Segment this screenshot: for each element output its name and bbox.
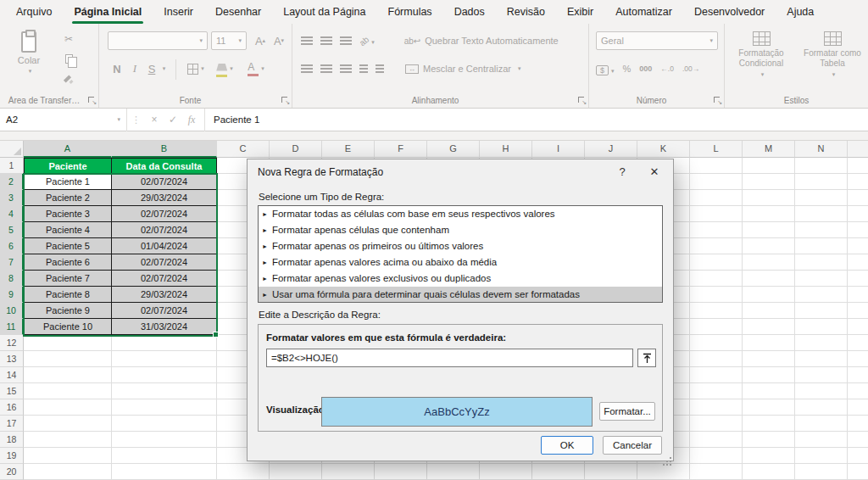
cell-N7[interactable] [795,254,848,271]
cell-M5[interactable] [743,222,795,238]
cell-E20[interactable] [322,464,375,480]
cell-N4[interactable] [795,206,848,222]
increase-indent-icon[interactable] [376,64,384,73]
row-header-18[interactable]: 18 [0,432,24,448]
cell-L16[interactable] [690,399,743,416]
cell-M15[interactable] [743,383,795,399]
cell-M4[interactable] [743,206,795,222]
tab-exibir[interactable]: Exibir [556,0,604,24]
cell-B20[interactable] [112,464,217,480]
cell-N1[interactable] [795,158,848,174]
number-format-select[interactable]: Geral ▾ [596,31,718,50]
font-size-select[interactable]: 11 ▾ [211,31,247,50]
cell-B15[interactable] [112,383,217,399]
cell-L13[interactable] [690,351,743,367]
row-header-17[interactable]: 17 [0,416,24,432]
cell-L15[interactable] [690,383,743,399]
row-header-6[interactable]: 6 [0,238,24,254]
cell-N6[interactable] [795,238,848,254]
rule-type-item[interactable]: ►Usar uma fórmula para determinar quais … [259,287,662,303]
column-header-E[interactable]: E [322,141,375,158]
cell-A9[interactable]: Paciente 8 [24,287,112,303]
column-header-L[interactable]: L [690,141,743,158]
fill-handle[interactable] [213,332,219,338]
fill-color-button[interactable]: ▾ [213,59,236,78]
cancel-button[interactable]: Cancelar [603,436,662,455]
cell-M7[interactable] [743,254,795,271]
row-header-5[interactable]: 5 [0,222,24,238]
tab-desenvolvedor[interactable]: Desenvolvedor [683,0,776,24]
format-painter-button[interactable] [58,71,80,88]
cell-M20[interactable] [743,464,795,480]
cell-A18[interactable] [24,432,112,448]
underline-options-button[interactable]: ▾ [159,59,167,78]
cell-A20[interactable] [24,464,112,480]
cell-B14[interactable] [112,367,217,383]
cell-L19[interactable] [690,448,743,464]
rule-type-item[interactable]: ►Formatar apenas os primeiros ou últimos… [259,238,662,254]
copy-button[interactable] [58,51,80,68]
italic-button[interactable]: I [128,59,142,78]
cell-A2[interactable]: Paciente 1 [24,174,112,190]
cell-L20[interactable] [690,464,743,480]
cell-N2[interactable] [795,174,848,190]
cell-M10[interactable] [743,303,795,319]
align-left-icon[interactable] [301,64,313,73]
row-header-2[interactable]: 2 [0,174,24,190]
font-name-select[interactable]: ▾ [108,31,208,50]
row-header-13[interactable]: 13 [0,351,24,367]
cell-M2[interactable] [743,174,795,190]
cell-M13[interactable] [743,351,795,367]
tab-página-inicial[interactable]: Página Inicial [63,0,153,24]
tab-arquivo[interactable]: Arquivo [5,0,63,24]
dialog-close-button[interactable]: ✕ [641,162,668,182]
cell-B1[interactable]: Data da Consulta [112,158,217,174]
align-right-icon[interactable] [340,64,352,73]
cell-M11[interactable] [743,319,795,335]
cell-A17[interactable] [24,416,112,432]
cell-N11[interactable] [795,319,848,335]
cell-L1[interactable] [690,158,743,174]
ok-button[interactable]: OK [541,436,593,455]
column-header-M[interactable]: M [743,141,795,158]
tab-revisão[interactable]: Revisão [496,0,556,24]
cell-B3[interactable]: 29/03/2024 [112,190,217,206]
row-header-9[interactable]: 9 [0,287,24,303]
formula-bar-content[interactable]: Paciente 1 [209,114,259,125]
name-box[interactable]: A2 ▾ [0,109,127,131]
cell-B16[interactable] [112,399,217,416]
cell-B19[interactable] [112,448,217,464]
cell-A3[interactable]: Paciente 2 [24,190,112,206]
paste-button[interactable]: Colar ▾ [10,30,47,101]
cell-L11[interactable] [690,319,743,335]
cell-N10[interactable] [795,303,848,319]
font-dialog-launcher-icon[interactable] [281,96,289,104]
align-top-icon[interactable] [301,36,313,45]
cell-N5[interactable] [795,222,848,238]
confirm-entry-icon[interactable]: ✓ [164,114,182,126]
cell-M9[interactable] [743,287,795,303]
select-all-corner[interactable] [0,141,24,158]
cell-M12[interactable] [743,335,795,351]
column-header-K[interactable]: K [637,141,690,158]
column-header-D[interactable]: D [270,141,322,158]
cell-M17[interactable] [743,416,795,432]
cell-N14[interactable] [795,367,848,383]
cell-B17[interactable] [112,416,217,432]
align-bottom-icon[interactable] [340,36,352,45]
column-header-H[interactable]: H [480,141,532,158]
row-header-8[interactable]: 8 [0,271,24,287]
cell-A5[interactable]: Paciente 4 [24,222,112,238]
cell-L18[interactable] [690,432,743,448]
cell-L5[interactable] [690,222,743,238]
cell-N13[interactable] [795,351,848,367]
row-header-10[interactable]: 10 [0,303,24,319]
cell-M18[interactable] [743,432,795,448]
column-header-N[interactable]: N [795,141,848,158]
align-middle-icon[interactable] [320,36,332,45]
cell-B6[interactable]: 01/04/2024 [112,238,217,254]
cell-K20[interactable] [637,464,690,480]
align-center-icon[interactable] [320,64,332,73]
cell-N9[interactable] [795,287,848,303]
cell-M8[interactable] [743,271,795,287]
